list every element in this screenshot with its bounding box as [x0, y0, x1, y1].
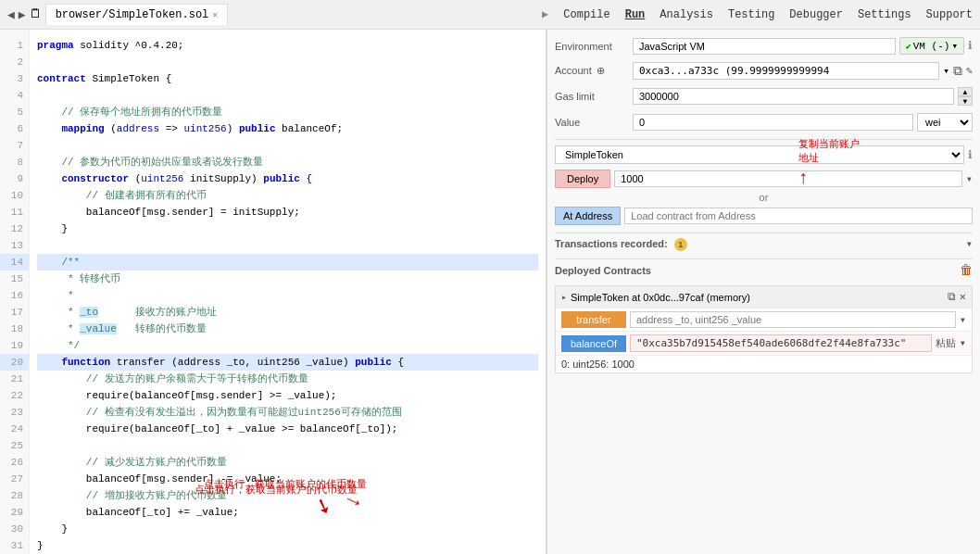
code-line-17: * _to 接收方的账户地址: [37, 304, 538, 321]
instance-close-icon[interactable]: ✕: [960, 290, 966, 304]
compile-tab[interactable]: Compile: [563, 8, 609, 21]
code-line-24: require(balanceOf[_to] + _value >= balan…: [37, 421, 538, 437]
value-label: Value: [555, 117, 629, 128]
value-field: wei gwei finney ether: [633, 113, 973, 132]
code-line-2: [37, 54, 538, 70]
paste-label[interactable]: 粘贴: [936, 336, 956, 350]
bottom-annotation: 点击执行，获取当前账户的代币数量: [195, 483, 358, 497]
line-numbers: 1 2 3 4 5 6 7 8 9 10 11 12 13 14 15 16 1: [0, 30, 30, 554]
value-input[interactable]: [633, 114, 913, 131]
code-editor: 1 2 3 4 5 6 7 8 9 10 11 12 13 14 15 16 1: [0, 30, 547, 554]
deploy-row: Deploy ▾: [555, 170, 973, 188]
deploy-button[interactable]: Deploy: [555, 170, 610, 188]
code-line-7: [37, 137, 538, 154]
code-line-4: [37, 87, 538, 104]
deploy-chevron-icon[interactable]: ▾: [966, 172, 973, 186]
run-panel: Environment JavaScript VM ✔ VM (-) ▾ ℹ: [547, 30, 980, 554]
code-line-3: contract SimpleToken {: [37, 70, 538, 87]
environment-display: JavaScript VM: [633, 38, 896, 55]
transactions-section: Transactions recorded: 1 ▾: [555, 233, 973, 255]
code-line-10: // 创建者拥有所有的代币: [37, 187, 538, 204]
code-line-13: [37, 237, 538, 254]
code-line-8: // 参数为代币的初始供应量或者说发行数量: [37, 154, 538, 170]
copy-icon[interactable]: ⧉: [953, 64, 962, 79]
transfer-button[interactable]: transfer: [561, 311, 626, 328]
instance-copy-icon[interactable]: ⧉: [948, 291, 956, 304]
topbar-right: ▶ Compile Run Analysis Testing Debugger …: [542, 7, 973, 21]
account-input[interactable]: [633, 62, 939, 80]
file-icon: 🗒: [30, 7, 42, 21]
at-address-input[interactable]: [624, 208, 973, 224]
trash-icon[interactable]: 🗑: [960, 263, 973, 278]
code-line-18: * _value 转移的代币数量: [37, 321, 538, 337]
transfer-chevron-icon[interactable]: ▾: [960, 313, 966, 327]
code-line-20: function transfer (address _to, uint256 …: [37, 354, 538, 371]
instance-header[interactable]: ▸ SimpleToken at 0x0dc...97caf (memory) …: [556, 286, 972, 308]
tab-label: browser/SimpleToken.sol: [56, 8, 209, 21]
balance-of-button[interactable]: balanceOf: [561, 335, 626, 352]
code-line-19: */: [37, 337, 538, 354]
transactions-chevron-icon[interactable]: ▾: [966, 237, 973, 251]
divider-1: [555, 139, 973, 140]
arrow-separator: ▶: [542, 7, 548, 21]
editor-tab[interactable]: browser/SimpleToken.sol ✕: [45, 4, 229, 25]
contract-instance: ▸ SimpleToken at 0x0dc...97caf (memory) …: [555, 285, 973, 373]
check-icon: ✔: [906, 41, 911, 52]
code-line-22: require(balanceOf[msg.sender] >= _value)…: [37, 387, 538, 404]
back-icon[interactable]: ◀: [7, 7, 15, 22]
deployed-label: Deployed Contracts: [555, 265, 651, 276]
main-area: 1 2 3 4 5 6 7 8 9 10 11 12 13 14 15 16 1: [0, 30, 980, 554]
value-unit-select[interactable]: wei gwei finney ether: [917, 113, 973, 132]
environment-info-icon[interactable]: ℹ: [968, 39, 973, 53]
balance-of-input[interactable]: [630, 334, 932, 352]
code-line-1: pragma solidity ^0.4.20;: [37, 37, 538, 54]
account-plus-icon[interactable]: ⊕: [597, 65, 605, 76]
transfer-input[interactable]: [630, 311, 956, 328]
account-row: Account ⊕ ▾ ⧉ ✎: [555, 62, 973, 80]
deployed-section: Deployed Contracts 🗑: [555, 258, 973, 282]
vm-badge: ✔ VM (-) ▾: [899, 37, 964, 55]
transactions-label: Transactions recorded: 1: [555, 238, 687, 251]
code-line-15: * 转移代币: [37, 271, 538, 287]
value-row: Value wei gwei finney ether: [555, 113, 973, 132]
at-address-row: At Address: [555, 207, 973, 225]
gas-limit-row: Gas limit ▲ ▼: [555, 87, 973, 106]
code-content[interactable]: pragma solidity ^0.4.20; contract Simple…: [30, 30, 546, 554]
gas-spin-up[interactable]: ▲: [958, 87, 973, 96]
contract-select[interactable]: SimpleToken: [555, 145, 964, 164]
support-tab[interactable]: Support: [926, 8, 973, 21]
code-line-16: *: [37, 287, 538, 304]
contract-info-icon[interactable]: ℹ: [968, 148, 973, 162]
settings-tab[interactable]: Settings: [858, 8, 911, 21]
balance-chevron-icon[interactable]: ▾: [960, 336, 966, 350]
code-line-30: }: [37, 521, 538, 537]
vm-dropdown-icon[interactable]: ▾: [951, 40, 958, 52]
run-tab[interactable]: Run: [625, 8, 646, 21]
account-value: ▾ ⧉ ✎: [633, 62, 973, 80]
deploy-input[interactable]: [614, 170, 962, 187]
code-line-29: balanceOf[_to] += _value;: [37, 504, 538, 521]
account-dropdown-icon[interactable]: ▾: [943, 65, 949, 77]
environment-value: JavaScript VM ✔ VM (-) ▾ ℹ: [633, 37, 973, 55]
gas-spin-down[interactable]: ▼: [958, 96, 973, 106]
debugger-tab[interactable]: Debugger: [789, 8, 843, 21]
gas-limit-input[interactable]: [633, 88, 954, 105]
or-text: or: [555, 192, 973, 203]
at-address-button[interactable]: At Address: [555, 207, 621, 225]
code-line-23: // 检查有没有发生溢出，因为数量有可能超过uint256可存储的范围: [37, 404, 538, 421]
code-line-6: mapping (address => uint256) public bala…: [37, 120, 538, 137]
code-line-14: /**: [37, 254, 538, 271]
edit-icon[interactable]: ✎: [966, 64, 973, 78]
gas-spinner[interactable]: ▲ ▼: [958, 87, 973, 106]
testing-tab[interactable]: Testing: [728, 8, 774, 21]
account-label: Account ⊕: [555, 65, 629, 77]
forward-icon[interactable]: ▶: [19, 7, 26, 22]
environment-row: Environment JavaScript VM ✔ VM (-) ▾ ℹ: [555, 37, 973, 55]
analysis-tab[interactable]: Analysis: [660, 8, 713, 21]
result-value: 0: uint256: 1000: [561, 359, 634, 370]
code-line-21: // 发送方的账户余额需大于等于转移的代币数量: [37, 371, 538, 387]
code-line-25: [37, 437, 538, 454]
instance-title: SimpleToken at 0x0dc...97caf (memory): [571, 292, 944, 303]
tab-close-icon[interactable]: ✕: [212, 9, 218, 20]
instance-chevron-icon: ▸: [561, 292, 567, 303]
